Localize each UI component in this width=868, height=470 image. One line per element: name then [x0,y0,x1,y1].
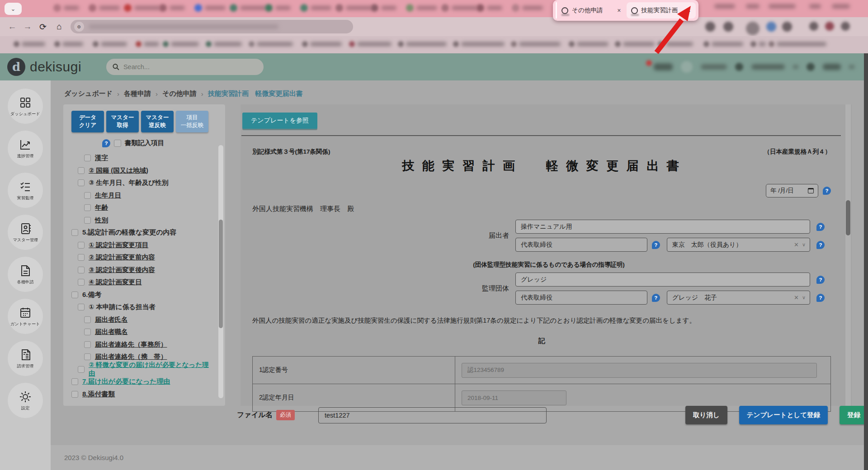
app-logo[interactable]: d dekisugi [7,58,81,76]
item-checkbox[interactable] [78,366,85,373]
blurred-bookmark[interactable] [54,41,83,47]
blurred-tab[interactable] [194,4,226,12]
checklist-item[interactable]: 届出者氏名 [71,314,215,326]
item-checkbox[interactable] [78,167,85,174]
blurred-bookmark[interactable] [249,41,293,47]
checklist-scrollbar[interactable] [218,145,223,398]
blurred-bookmark[interactable] [136,41,159,47]
help-icon[interactable]: ? [816,241,825,249]
blurred-tab[interactable] [371,4,396,12]
blurred-bookmark[interactable] [703,41,743,47]
notifier-org-input[interactable]: 操作マニュアル用 [515,220,810,234]
blurred-tab[interactable] [476,4,502,12]
item-checkbox[interactable] [71,378,78,385]
blurred-bookmark[interactable] [453,41,505,47]
supervisor-person-select[interactable]: グレッジ 花子 ✕ ∨ [667,291,810,305]
checklist-item[interactable]: 漢字 [71,152,215,164]
forward-icon[interactable]: → [22,21,33,33]
item-checkbox[interactable] [84,341,91,348]
help-icon[interactable]: ? [652,241,660,249]
blurred-tab[interactable] [124,4,160,12]
checklist-item[interactable]: 8.添付書類 [71,388,215,401]
panel-action-button-2[interactable]: マスター取得 [106,111,139,132]
notifier-person-select[interactable]: 東京 太郎（役員あり） ✕ ∨ [667,238,810,252]
blurred-tab[interactable] [769,4,796,9]
global-search[interactable] [106,59,264,75]
help-icon[interactable]: ? [102,139,110,147]
site-settings-icon[interactable]: ⚙ [74,22,84,32]
breadcrumb-link[interactable]: その他申請 [162,89,197,98]
item-checkbox[interactable] [84,155,91,161]
floating-tab-2[interactable]: 技能実習計画× [627,2,696,19]
sidebar-item-invoice[interactable]: 請求管理 [8,341,43,376]
sidebar-item-gear[interactable]: 設定 [8,383,43,418]
blurred-tab[interactable] [406,4,437,12]
blurred-tab[interactable] [89,4,120,12]
blurred-bookmark[interactable] [569,41,609,47]
sidebar-item-chart[interactable]: 進捗管理 [8,131,43,166]
blurred-bookmark[interactable] [615,41,655,47]
item-checkbox[interactable] [78,179,85,186]
blurred-tab[interactable] [746,4,760,9]
blurred-tab[interactable] [230,4,266,12]
blurred-tab[interactable] [300,4,331,12]
tab-close-icon[interactable]: × [616,7,622,14]
back-icon[interactable]: ← [6,21,18,33]
panel-action-button-4[interactable]: 項目一括反映 [176,111,208,132]
blurred-tab[interactable] [714,4,735,9]
checklist-item[interactable]: ② 軽微な変更の届け出が必要となった理由 [71,363,215,376]
clear-icon[interactable]: ✕ [794,241,799,248]
checklist-item[interactable]: ① 本申請に係る担当者 [71,301,215,314]
supervisor-role-input[interactable]: 代表取締役 [515,291,647,305]
item-checkbox[interactable] [84,217,91,224]
notifier-role-input[interactable]: 代表取締役 [515,238,647,252]
save-as-template-button[interactable]: テンプレートとして登録 [739,406,828,424]
sidebar-item-checklist[interactable]: 実習監理 [8,173,43,208]
blurred-bookmark[interactable] [398,41,447,47]
checklist-item[interactable]: ③ 認定計画変更後内容 [71,264,215,277]
item-checkbox[interactable] [84,192,91,199]
browse-template-button[interactable]: テンプレートを参照 [242,113,317,129]
floating-tab-1[interactable]: その他申請× [556,2,627,19]
checklist-item[interactable]: ① 認定計画変更項目 [71,239,215,252]
item-checkbox[interactable] [84,316,91,323]
sidebar-item-dashboard[interactable]: ダッシュボード [8,89,43,124]
item-checkbox[interactable] [84,353,91,360]
checklist-item[interactable]: 性別 [71,214,215,227]
item-checkbox[interactable] [71,229,78,236]
date-input[interactable]: 年 /月/日 [766,184,818,197]
help-icon[interactable]: ? [816,223,825,231]
checklist-item[interactable]: 6.備考 [71,289,215,301]
blurred-tab[interactable] [53,4,79,12]
item-checkbox[interactable] [78,267,85,273]
help-icon[interactable]: ? [816,276,825,284]
breadcrumb-link[interactable]: 各種申請 [124,89,151,98]
blurred-bookmark[interactable] [14,41,45,47]
clear-icon[interactable]: ✕ [794,294,799,301]
sidebar-item-book[interactable]: マスター管理 [8,215,43,250]
window-chevron-button[interactable]: ⌄ [5,3,22,15]
item-checkbox[interactable] [78,242,85,249]
blurred-bookmark[interactable] [511,41,561,47]
tab-close-icon[interactable]: × [685,6,691,14]
blurred-tab[interactable] [441,4,478,12]
item-checkbox[interactable] [78,254,85,261]
chevron-down-icon[interactable]: ∨ [802,242,806,248]
sidebar-item-calendar[interactable]: ガントチャート [8,299,43,334]
panel-action-button-3[interactable]: マスター逆反映 [141,111,174,132]
item-checkbox[interactable] [84,204,91,211]
blurred-tab[interactable] [809,4,821,9]
cancel-button[interactable]: 取り消し [685,406,727,424]
checklist-item[interactable]: ③ 生年月日、年齢及び性別 [71,177,215,189]
blurred-bookmark[interactable] [302,41,342,47]
chevron-down-icon[interactable]: ∨ [802,295,806,301]
blurred-bookmark[interactable] [206,41,242,47]
blurred-bookmark[interactable] [769,41,826,47]
blurred-tab[interactable] [512,4,543,12]
checklist-item[interactable]: 届出者連絡先（事務所） [71,338,215,351]
address-bar[interactable]: ⚙ [71,20,353,33]
sidebar-item-document[interactable]: 各種申請 [8,257,43,292]
window-scrollbar[interactable] [864,53,868,470]
checklist-item[interactable]: ④ 認定計画変更日 [71,276,215,289]
help-icon[interactable]: ? [823,187,831,195]
